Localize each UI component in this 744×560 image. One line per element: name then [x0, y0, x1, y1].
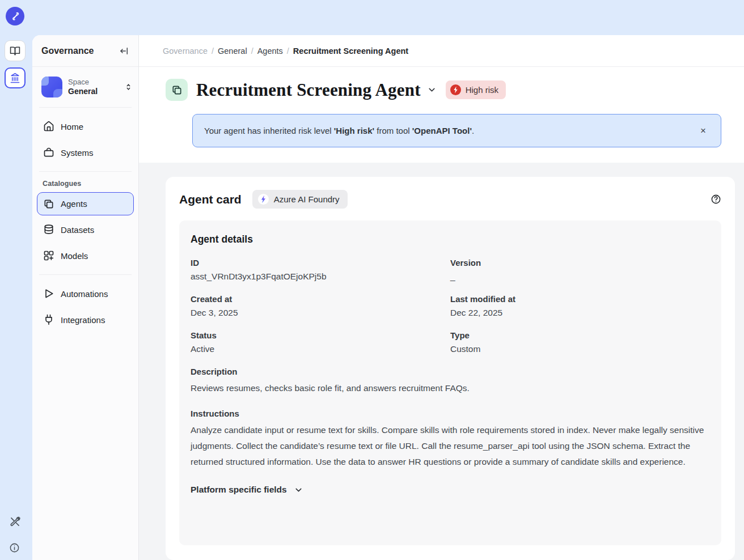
field-label: Type	[450, 330, 710, 340]
field-value: Analyze candidate input or resume text f…	[191, 422, 710, 470]
sidebar-item-automations[interactable]: Automations	[37, 281, 134, 307]
content-area: Agent card	[139, 163, 744, 560]
field-id: ID asst_VRnDt3yx1p3FqatOEjoKPj5b	[191, 258, 450, 282]
main-area: Governance / General / Agents / Recruitm…	[139, 35, 744, 560]
sidebar-item-agents[interactable]: Agents	[37, 192, 134, 215]
integrations-icon	[43, 314, 54, 325]
field-instructions: Instructions Analyze candidate input or …	[191, 409, 710, 470]
sidebar-item-label: Integrations	[61, 315, 105, 325]
sidebar-divider	[39, 171, 132, 172]
agent-card-title: Agent card	[179, 193, 242, 206]
app-panel: Governance Space General	[32, 35, 744, 560]
field-created-at: Created at Dec 3, 2025	[191, 294, 450, 318]
breadcrumb-current: Recruitment Screening Agent	[293, 46, 408, 56]
banner-text: Your agent has inherited risk level 'Hig…	[204, 126, 474, 135]
breadcrumb-agents[interactable]: Agents	[257, 46, 283, 56]
azure-ai-foundry-icon	[258, 194, 269, 205]
title-chevron-down-icon[interactable]	[427, 85, 437, 95]
sidebar: Governance Space General	[32, 35, 139, 560]
models-icon	[43, 250, 54, 261]
help-button[interactable]	[711, 194, 721, 205]
tools-button[interactable]	[9, 516, 21, 528]
info-icon	[9, 542, 20, 553]
catalogues-section-label: Catalogues	[43, 180, 128, 188]
book-icon	[10, 45, 20, 56]
platform-specific-fields-label: Platform specific fields	[191, 485, 287, 495]
space-label: Space	[68, 78, 98, 87]
sidebar-item-models[interactable]: Models	[37, 243, 134, 269]
collapse-sidebar-icon	[119, 46, 129, 56]
breadcrumb-separator: /	[251, 46, 253, 56]
datasets-icon	[43, 224, 54, 235]
library-nav-button[interactable]	[5, 40, 26, 61]
page-header: Recruitment Screening Agent High risk	[139, 67, 744, 163]
page-title: Recruitment Screening Agent	[196, 80, 421, 100]
systems-icon	[43, 147, 54, 158]
field-label: Instructions	[191, 409, 710, 418]
sidebar-nav: Home Systems Catalogues	[32, 108, 138, 333]
field-description: Description Reviews resumes, checks basi…	[191, 367, 710, 396]
sidebar-title: Governance	[41, 46, 94, 56]
agent-details-panel: Agent details ID asst_VRnDt3yx1p3FqatOEj…	[179, 220, 721, 545]
field-value: Dec 22, 2025	[450, 308, 710, 318]
sidebar-item-home[interactable]: Home	[37, 113, 134, 139]
agent-card: Agent card	[166, 177, 735, 560]
field-label: Description	[191, 367, 710, 376]
agent-card-header: Agent card	[179, 190, 721, 209]
space-name: General	[68, 87, 98, 97]
field-label: ID	[191, 258, 450, 268]
sidebar-item-label: Agents	[61, 199, 87, 209]
agents-icon	[43, 198, 54, 210]
automations-icon	[43, 288, 54, 299]
tools-icon	[9, 516, 21, 528]
sidebar-item-datasets[interactable]: Datasets	[37, 217, 134, 243]
agent-type-glyph	[166, 79, 188, 101]
brand-logo[interactable]	[6, 7, 24, 26]
governance-nav-button[interactable]	[5, 67, 26, 88]
info-button[interactable]	[9, 542, 20, 553]
field-value: Reviews resumes, checks basic role fit, …	[191, 380, 710, 396]
sidebar-item-label: Models	[61, 251, 88, 261]
field-label: Version	[450, 258, 710, 268]
brand-logo-icon	[9, 10, 21, 22]
field-value: Dec 3, 2025	[191, 308, 450, 318]
collapse-sidebar-button[interactable]	[119, 46, 129, 56]
sidebar-item-label: Automations	[61, 289, 108, 299]
sidebar-item-label: Home	[61, 122, 83, 131]
home-icon	[43, 121, 54, 132]
breadcrumb: Governance / General / Agents / Recruitm…	[139, 35, 744, 67]
sidebar-item-label: Datasets	[61, 225, 94, 235]
bank-icon	[10, 73, 20, 83]
risk-inheritance-banner: Your agent has inherited risk level 'Hig…	[192, 114, 721, 147]
sidebar-header: Governance	[32, 35, 138, 67]
chevron-down-icon	[294, 485, 303, 495]
sidebar-item-label: Systems	[61, 148, 94, 158]
platform-specific-fields-toggle[interactable]: Platform specific fields	[191, 485, 710, 495]
field-status: Status Active	[191, 330, 450, 354]
field-type: Type Custom	[450, 330, 710, 354]
sidebar-divider	[39, 274, 132, 275]
space-text: Space General	[68, 78, 98, 97]
platform-badge: Azure AI Foundry	[252, 190, 348, 209]
sidebar-item-systems[interactable]: Systems	[37, 139, 134, 166]
agent-details-grid: ID asst_VRnDt3yx1p3FqatOEjoKPj5b Version…	[191, 245, 710, 354]
field-version: Version _	[450, 258, 710, 282]
breadcrumb-governance[interactable]: Governance	[163, 46, 208, 56]
sidebar-item-integrations[interactable]: Integrations	[37, 307, 134, 333]
space-selector[interactable]: Space General	[32, 67, 138, 107]
unfold-icon[interactable]	[124, 83, 133, 91]
field-label: Status	[191, 330, 450, 340]
field-label: Last modified at	[450, 294, 710, 304]
field-value: Active	[191, 344, 450, 354]
risk-badge-label: High risk	[466, 85, 498, 95]
breadcrumb-separator: /	[212, 46, 214, 56]
banner-close-button[interactable]: ×	[697, 125, 709, 137]
space-avatar	[41, 77, 62, 97]
agent-details-title: Agent details	[191, 234, 710, 245]
agents-icon	[171, 84, 183, 96]
app-rail	[0, 0, 32, 560]
platform-badge-label: Azure AI Foundry	[274, 194, 340, 204]
breadcrumb-general[interactable]: General	[218, 46, 247, 56]
help-icon	[711, 194, 721, 205]
field-last-modified-at: Last modified at Dec 22, 2025	[450, 294, 710, 318]
